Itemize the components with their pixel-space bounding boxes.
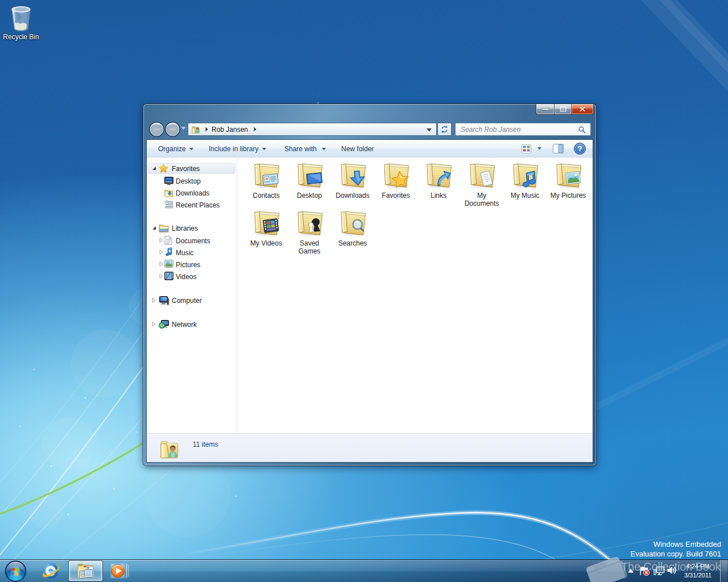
svg-text:?: ? (578, 145, 582, 153)
